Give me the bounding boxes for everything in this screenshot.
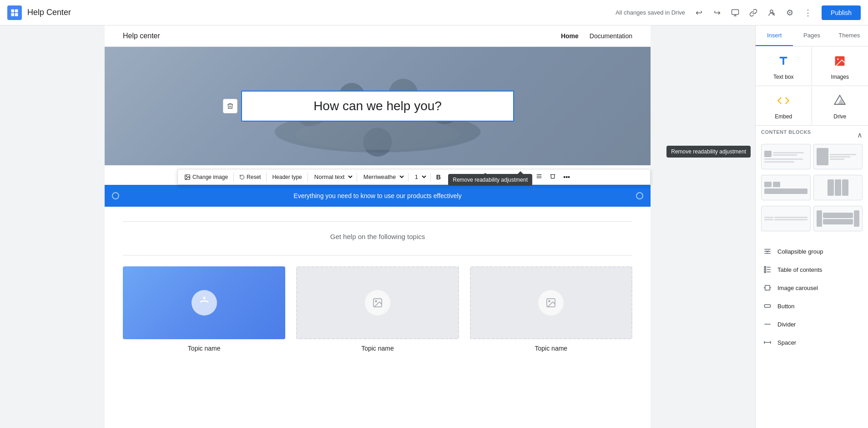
spacer-label: Spacer bbox=[777, 339, 796, 346]
banner-text: Everything you need to know to use our p… bbox=[293, 192, 461, 199]
svg-point-13 bbox=[295, 119, 460, 150]
block-thumb-5[interactable] bbox=[761, 206, 811, 231]
indent-button[interactable] bbox=[533, 171, 545, 183]
more-format-button[interactable]: ••• bbox=[560, 172, 573, 183]
svg-rect-49 bbox=[764, 305, 771, 307]
images-icon bbox=[831, 52, 849, 70]
format-toolbar: Change image Reset Header type Normal te… bbox=[177, 169, 651, 185]
hero-search-box[interactable]: How can we help you? bbox=[241, 91, 514, 122]
redo-button[interactable]: ↪ bbox=[709, 5, 725, 21]
preview-button[interactable] bbox=[727, 5, 743, 21]
embed-label: Embed bbox=[775, 113, 792, 120]
insert-text-box[interactable]: Text box bbox=[756, 46, 812, 86]
nav-home[interactable]: Home bbox=[561, 32, 579, 40]
share-button[interactable] bbox=[763, 5, 780, 21]
svg-rect-1 bbox=[15, 9, 18, 12]
spacer-icon bbox=[763, 338, 772, 347]
delete-hero-button[interactable] bbox=[223, 99, 237, 113]
toc-icon bbox=[763, 265, 772, 274]
block-thumb-6[interactable] bbox=[813, 206, 863, 231]
divider-icon bbox=[763, 320, 772, 329]
site-preview: Help center Home Documentation bbox=[105, 25, 651, 428]
tab-insert[interactable]: Insert bbox=[756, 25, 793, 46]
content-blocks-section: CONTENT BLOCKS ∧ bbox=[756, 126, 868, 240]
block-thumb-3[interactable] bbox=[761, 175, 811, 200]
site-nav: Help center Home Documentation bbox=[105, 25, 651, 47]
svg-point-34 bbox=[837, 58, 839, 60]
collapsible-icon bbox=[763, 247, 772, 256]
divider-item[interactable]: Divider bbox=[759, 315, 864, 333]
table-of-contents-item[interactable]: Table of contents bbox=[759, 260, 864, 279]
image-carousel-item[interactable]: Image carousel bbox=[759, 279, 864, 297]
content-blocks-collapse[interactable]: ∧ bbox=[857, 131, 863, 139]
text-box-icon bbox=[774, 52, 792, 70]
change-image-button[interactable]: Change image bbox=[182, 172, 231, 182]
drive-icon bbox=[831, 92, 849, 110]
embed-icon bbox=[774, 92, 792, 110]
block-grid-row2 bbox=[761, 175, 863, 200]
bold-button[interactable]: B bbox=[434, 172, 444, 183]
canvas-area: Help center Home Documentation bbox=[0, 25, 755, 428]
topbar: Help Center All changes saved in Drive ↩… bbox=[0, 0, 868, 25]
undo-button[interactable]: ↩ bbox=[691, 5, 707, 21]
accessibility-icon bbox=[192, 290, 217, 316]
spacer-item[interactable]: Spacer bbox=[759, 333, 864, 352]
font-size-select[interactable]: 11 12 14 bbox=[411, 171, 428, 183]
topic-card-3: Topic name bbox=[470, 266, 632, 352]
block-grid-row3 bbox=[761, 206, 863, 231]
block-thumb-2[interactable] bbox=[813, 144, 863, 169]
svg-point-32 bbox=[549, 301, 550, 302]
blue-banner: Everything you need to know to use our p… bbox=[105, 185, 651, 207]
delete-text-button[interactable] bbox=[547, 171, 559, 183]
topic-name-1: Topic name bbox=[188, 345, 221, 352]
main-layout: Help center Home Documentation bbox=[0, 25, 868, 428]
panel-tabs: Insert Pages Themes bbox=[756, 25, 868, 46]
topic-image-2[interactable] bbox=[296, 266, 459, 339]
topic-card-1: Topic name bbox=[123, 266, 285, 352]
svg-point-28 bbox=[203, 297, 205, 299]
more-options-button[interactable]: ⋮ bbox=[800, 5, 816, 21]
reset-button[interactable]: Reset bbox=[237, 172, 263, 182]
link-button[interactable] bbox=[745, 5, 762, 21]
svg-rect-40 bbox=[764, 266, 766, 268]
insert-drive[interactable]: Drive bbox=[812, 86, 868, 125]
svg-rect-44 bbox=[764, 271, 766, 273]
svg-point-30 bbox=[375, 301, 377, 302]
settings-button[interactable]: ⚙ bbox=[782, 5, 798, 21]
tab-themes[interactable]: Themes bbox=[831, 25, 868, 46]
collapsible-group-item[interactable]: Collapsible group bbox=[759, 242, 864, 260]
text-box-label: Text box bbox=[773, 74, 794, 80]
block-thumb-4[interactable] bbox=[813, 175, 863, 200]
content-area: Get help on the following topics Topic n… bbox=[105, 207, 651, 367]
topic-image-icon-3 bbox=[538, 290, 564, 316]
content-blocks-title: CONTENT BLOCKS bbox=[761, 129, 811, 135]
tab-pages[interactable]: Pages bbox=[793, 25, 830, 46]
topic-name-3: Topic name bbox=[535, 345, 568, 352]
topic-image-icon-2 bbox=[365, 290, 390, 316]
nav-docs[interactable]: Documentation bbox=[590, 32, 632, 40]
insert-embed[interactable]: Embed bbox=[756, 86, 812, 125]
publish-button[interactable]: Publish bbox=[822, 5, 861, 20]
insert-images[interactable]: Images bbox=[812, 46, 868, 86]
svg-rect-2 bbox=[11, 13, 15, 16]
svg-rect-42 bbox=[764, 269, 766, 270]
topbar-actions: ↩ ↪ ⚙ ⋮ bbox=[691, 5, 816, 21]
font-select[interactable]: Merriweathe bbox=[360, 171, 405, 183]
panel-list-section: Collapsible group Table of contents Imag… bbox=[756, 240, 868, 353]
topic-image-1[interactable] bbox=[123, 266, 285, 339]
text-style-select[interactable]: Normal text Heading 1 Heading 2 Heading … bbox=[311, 171, 354, 183]
banner-handle-left[interactable] bbox=[112, 192, 119, 199]
app-title: Help Center bbox=[27, 8, 610, 17]
block-thumb-1[interactable] bbox=[761, 144, 811, 169]
svg-rect-3 bbox=[15, 13, 18, 16]
svg-rect-0 bbox=[11, 9, 15, 12]
topic-name-2: Topic name bbox=[361, 345, 394, 352]
button-item[interactable]: Button bbox=[759, 297, 864, 315]
toc-label: Table of contents bbox=[777, 266, 822, 273]
banner-handle-right[interactable] bbox=[636, 192, 643, 199]
carousel-icon bbox=[763, 283, 772, 292]
topic-image-3[interactable] bbox=[470, 266, 632, 339]
header-type-button[interactable]: Header type bbox=[269, 172, 304, 182]
hero-section: How can we help you? bbox=[105, 47, 651, 165]
app-logo bbox=[7, 5, 22, 20]
